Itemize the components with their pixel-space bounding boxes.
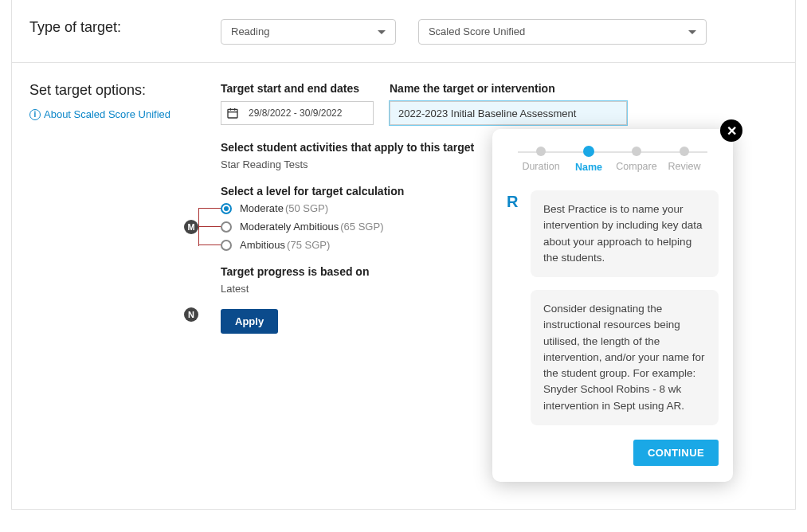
- level-moderately-ambitious-hint: (65 SGP): [340, 221, 383, 233]
- score-type-select[interactable]: Scaled Score Unified: [418, 19, 707, 45]
- about-scaled-score-text: About Scaled Score Unified: [44, 108, 170, 120]
- tour-message-1: Best Practice is to name your interventi…: [531, 190, 719, 277]
- tour-step-review-label: Review: [668, 161, 701, 172]
- score-type-select-value: Scaled Score Unified: [429, 25, 525, 37]
- level-ambitious-radio[interactable]: [221, 240, 232, 251]
- subject-select-value: Reading: [231, 25, 269, 37]
- renaissance-logo-icon: R: [507, 194, 523, 425]
- level-moderate-hint: (50 SGP): [285, 202, 328, 214]
- tour-step-compare-label: Compare: [616, 161, 656, 172]
- subject-select[interactable]: Reading: [221, 19, 396, 45]
- tour-step-name-label: Name: [575, 162, 602, 173]
- level-moderate-radio[interactable]: [221, 203, 232, 214]
- type-of-target-title: Type of target:: [29, 19, 221, 36]
- apply-button[interactable]: Apply: [221, 309, 278, 334]
- tour-continue-button[interactable]: CONTINUE: [633, 440, 719, 466]
- date-range-input[interactable]: 29/8/2022 - 30/9/2022: [221, 101, 374, 125]
- tour-tooltip: ✕ Duration Name Compare Review R: [492, 129, 733, 482]
- about-scaled-score-link[interactable]: i About Scaled Score Unified: [29, 108, 170, 120]
- target-name-input[interactable]: [390, 101, 627, 125]
- level-moderate-label: Moderate: [240, 202, 284, 214]
- tour-step-review[interactable]: Review: [661, 147, 707, 173]
- tour-message-2: Consider designating the instructional r…: [531, 290, 719, 425]
- tour-step-name[interactable]: Name: [566, 147, 612, 173]
- type-of-target-section: Type of target: Reading Scaled Score Uni…: [12, 0, 795, 63]
- calendar-icon: [226, 107, 239, 119]
- info-icon: i: [29, 109, 41, 120]
- level-moderately-ambitious-radio[interactable]: [221, 221, 232, 233]
- tour-step-compare[interactable]: Compare: [613, 147, 660, 173]
- name-field-label: Name the target or intervention: [390, 82, 627, 95]
- tour-step-duration[interactable]: Duration: [518, 147, 564, 173]
- level-ambitious-label: Ambitious: [240, 239, 285, 251]
- tour-steps: Duration Name Compare Review: [518, 147, 707, 173]
- set-target-title: Set target options:: [29, 82, 221, 99]
- level-moderately-ambitious-label: Moderately Ambitious: [240, 221, 339, 233]
- level-ambitious-hint: (75 SGP): [287, 239, 330, 251]
- marker-m-badge: M: [184, 220, 198, 234]
- marker-n-badge: N: [184, 307, 198, 322]
- date-range-value: 29/8/2022 - 30/9/2022: [249, 108, 342, 119]
- marker-bracket: [198, 202, 222, 252]
- date-field-label: Target start and end dates: [221, 82, 374, 95]
- close-icon: ✕: [727, 123, 737, 139]
- svg-rect-0: [228, 109, 237, 118]
- tour-close-button[interactable]: ✕: [720, 119, 742, 142]
- tour-step-duration-label: Duration: [522, 161, 559, 172]
